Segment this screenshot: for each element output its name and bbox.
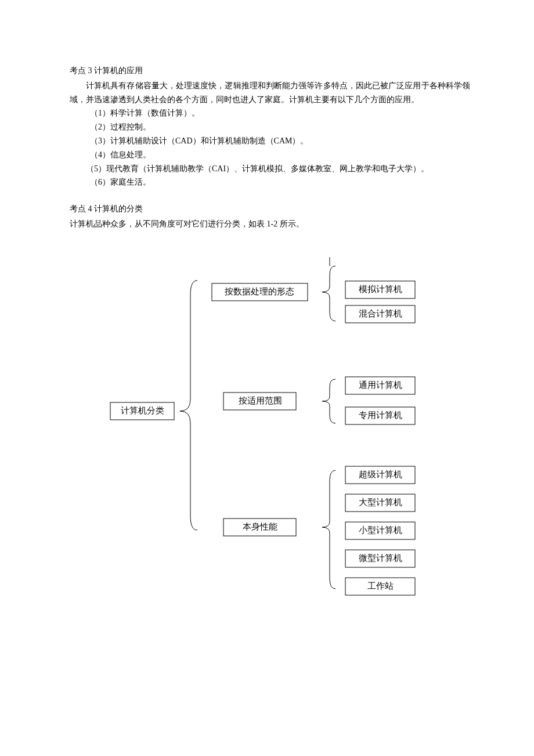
- diagram-leaf-3-4: 微型计算机: [359, 553, 402, 563]
- section-3-item-2: （2）过程控制。: [70, 120, 470, 134]
- section-3-item-4: （4）信息处理。: [70, 148, 470, 162]
- classification-diagram: 计算机分类 按数据处理的形态 模拟计算机 混合计算机 按适用范围 通用计算机 专…: [99, 254, 441, 614]
- diagram-branch-3: 本身性能: [243, 522, 277, 531]
- section-3-item-1: （1）科学计算（数值计算）。: [70, 106, 470, 120]
- diagram-leaf-2-2: 专用计算机: [359, 411, 402, 420]
- section-3-intro: 计算机具有存储容量大，处理速度快，逻辑推理和判断能力强等许多特点，因此已被广泛应…: [70, 79, 470, 107]
- section-4-heading: 考点 4 计算机的分类: [70, 202, 470, 216]
- diagram-branch-1: 按数据处理的形态: [225, 287, 294, 296]
- diagram-leaf-3-3: 小型计算机: [359, 525, 402, 535]
- section-3-item-6: （6）家庭生活。: [70, 175, 470, 189]
- diagram-root: 计算机分类: [121, 406, 164, 415]
- section-3-item-5: （5）现代教育（计算机辅助教学（CAI）、计算机模拟、多媒体教室、网上教学和电子…: [70, 162, 470, 176]
- diagram-branch-2: 按适用范围: [239, 396, 282, 405]
- diagram-leaf-3-1: 超级计算机: [359, 470, 402, 479]
- diagram-leaf-1-2: 混合计算机: [359, 309, 402, 318]
- diagram-leaf-3-5: 工作站: [367, 581, 394, 591]
- section-3-item-3: （3）计算机辅助设计（CAD）和计算机辅助制造（CAM）。: [70, 134, 470, 148]
- diagram-leaf-2-1: 通用计算机: [359, 380, 402, 390]
- section-3-heading: 考点 3 计算机的应用: [70, 64, 470, 78]
- diagram-leaf-3-2: 大型计算机: [359, 498, 402, 507]
- section-4-intro: 计算机品种众多，从不同角度可对它们进行分类，如表 1-2 所示。: [70, 217, 470, 231]
- diagram-leaf-1-1: 模拟计算机: [359, 285, 402, 294]
